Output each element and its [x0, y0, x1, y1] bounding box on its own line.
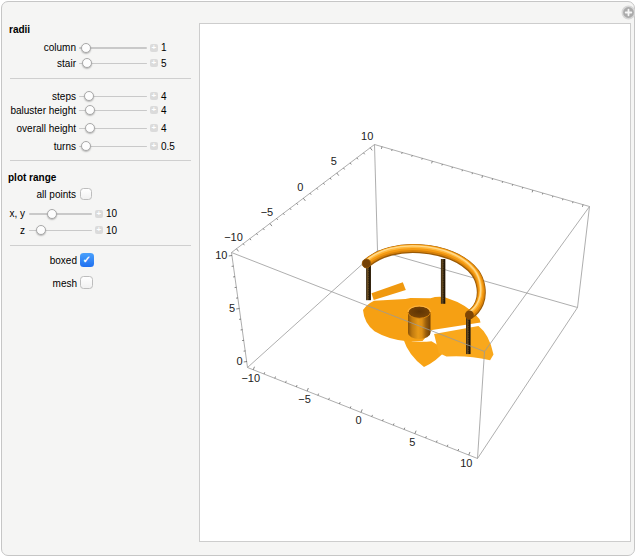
axis-tick-label: 5: [409, 435, 415, 447]
handrail-right-endcap: [465, 310, 474, 319]
stepper-expand-button[interactable]: +: [150, 142, 159, 150]
slider-label: column: [44, 42, 76, 53]
axis-tick: [381, 146, 382, 148]
slider-row-column: column + 1: [2, 42, 198, 53]
stepper-expand-button[interactable]: +: [95, 210, 104, 218]
axis-tick: [468, 451, 469, 454]
axis-tick: [350, 162, 351, 164]
axis-tick-label: −5: [298, 393, 311, 405]
slider-thumb[interactable]: [36, 225, 46, 235]
slider-thumb[interactable]: [85, 123, 95, 133]
all-points-checkbox[interactable]: [80, 188, 92, 200]
spiral-staircase: [362, 245, 493, 366]
axis-tick: [532, 190, 533, 192]
axis-tick: [285, 380, 286, 382]
slider-label: steps: [52, 91, 76, 102]
axis-tick: [425, 436, 426, 438]
axis-tick: [323, 183, 324, 185]
axis-tick: [328, 397, 329, 399]
slider-thumb[interactable]: [81, 43, 91, 53]
axis-tick: [431, 161, 432, 163]
axis-tick-label: 0: [236, 354, 242, 366]
slider-row-turns: turns + 0.5: [2, 141, 198, 152]
screenshot-root: radii column + 1 stair + 5 steps + 4: [0, 0, 635, 556]
axis-tick: [339, 402, 340, 404]
axis-tick: [350, 406, 351, 408]
axis-tick-label: 10: [361, 130, 373, 142]
stepper-expand-button[interactable]: +: [95, 226, 104, 234]
axis-tick: [393, 423, 394, 425]
stepper-expand-button[interactable]: +: [150, 59, 159, 67]
axis-tick: [481, 175, 482, 177]
separator: [10, 245, 191, 246]
slider-label: overall height: [17, 123, 76, 134]
axis-tick: [363, 152, 364, 154]
axis-tick-label: 0: [355, 414, 361, 426]
stepper-expand-button[interactable]: +: [150, 44, 159, 52]
slider-row-z-range: z + 10: [2, 225, 198, 236]
axis-tick-label: −5: [260, 205, 273, 217]
axis-tick: [447, 444, 448, 446]
axis-tick: [236, 248, 238, 251]
slider-value: 0.5: [161, 141, 175, 152]
slider-row-stair: stair + 5: [2, 58, 198, 69]
axis-tick: [296, 385, 297, 387]
stepper-expand-button[interactable]: +: [150, 106, 159, 114]
slider-value: 4: [161, 91, 167, 102]
axis-tick: [276, 218, 277, 220]
slider-thumb[interactable]: [81, 141, 91, 151]
axis-tick: [361, 409, 362, 412]
axis-tick: [303, 198, 305, 201]
stepper-expand-button[interactable]: +: [150, 92, 159, 100]
separator: [10, 78, 191, 79]
slider-label: turns: [54, 141, 76, 152]
slider-value: 10: [106, 208, 117, 219]
expand-button[interactable]: [621, 5, 635, 20]
axis-tick: [343, 167, 344, 169]
axis-tick: [283, 213, 284, 215]
slider-row-xy-range: x, y + 10: [2, 208, 198, 219]
axis-tick: [263, 228, 264, 230]
staircase-3d-plot[interactable]: −10−505100510−10−50510: [200, 24, 630, 542]
axis-tick: [317, 393, 318, 395]
checkbox-label: boxed: [50, 255, 77, 266]
mesh-checkbox[interactable]: [80, 276, 93, 289]
stepper-expand-button[interactable]: +: [150, 124, 159, 132]
axis-tick-label: −10: [241, 371, 260, 383]
slider-thumb[interactable]: [85, 105, 95, 115]
handrail-left-endcap: [362, 259, 371, 268]
axis-tick-label: −10: [224, 231, 243, 243]
slider-row-overall-height: overall height + 4: [2, 123, 198, 134]
slider-thumb[interactable]: [82, 58, 92, 68]
slider-label: z: [20, 225, 25, 236]
boxed-checkbox[interactable]: ✓: [80, 253, 94, 267]
axis-tick: [582, 204, 583, 206]
slider-value: 5: [161, 58, 167, 69]
axis-tick: [256, 233, 257, 235]
axis-tick: [253, 366, 254, 369]
slider-track[interactable]: [29, 213, 92, 215]
axis-tick: [289, 208, 290, 210]
control-panel: radii column + 1 stair + 5 steps + 4: [2, 2, 198, 555]
checkbox-row-boxed: boxed ✓: [2, 254, 198, 265]
axis-tick: [356, 157, 357, 159]
slider-thumb[interactable]: [84, 91, 94, 101]
slider-thumb[interactable]: [47, 209, 57, 219]
axis-tick: [382, 419, 383, 421]
axis-tick: [404, 427, 405, 429]
checkbox-label: mesh: [53, 278, 77, 289]
slider-row-baluster-height: baluster height + 4: [2, 105, 198, 116]
slider-label: x, y: [9, 208, 25, 219]
plot-range-header: plot range: [8, 172, 56, 183]
checkbox-row-all-points: all points: [2, 189, 198, 200]
axis-tick: [310, 193, 311, 195]
axis-tick: [370, 147, 372, 150]
axis-tick: [243, 243, 244, 245]
stair-step-top: [371, 282, 405, 300]
slider-value: 4: [161, 123, 167, 134]
slider-row-steps: steps + 4: [2, 91, 198, 102]
slider-label: baluster height: [10, 105, 76, 116]
axis-tick: [296, 203, 297, 205]
axis-tick: [371, 414, 372, 416]
demonstration-window: radii column + 1 stair + 5 steps + 4: [1, 1, 635, 556]
